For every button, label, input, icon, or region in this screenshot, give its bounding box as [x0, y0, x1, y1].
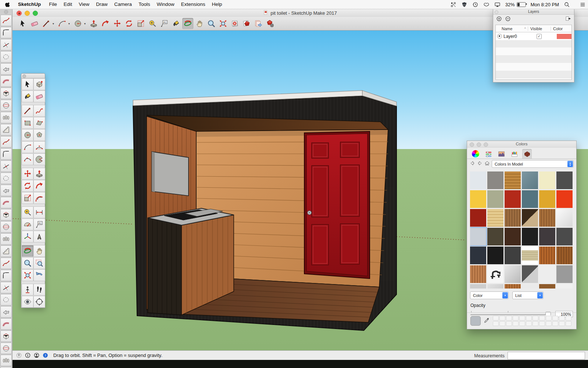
tool-paint-bucket[interactable]	[22, 91, 33, 102]
color-library-dropdown[interactable]: Colors In Model ▲▼	[492, 160, 574, 168]
tool-protractor[interactable]	[22, 219, 33, 230]
swatch-orange-wood-slats[interactable]	[539, 247, 555, 264]
extension-warehouse-tool-button[interactable]	[265, 18, 276, 29]
swatch-dark-plum-gray[interactable]	[539, 228, 555, 245]
tool-arc[interactable]	[22, 141, 33, 153]
tool-polygon[interactable]	[33, 129, 45, 141]
favorite-swatch-slot[interactable]	[539, 321, 545, 326]
line-dropdown-arrow[interactable]: ▾	[53, 22, 56, 25]
swatch-white-plaster[interactable]	[470, 171, 486, 189]
arc-dropdown-arrow[interactable]: ▾	[68, 22, 72, 25]
rotate-tool-button[interactable]	[123, 18, 135, 29]
swatch-dark-leather[interactable]	[505, 228, 521, 245]
3d-warehouse-tool-button[interactable]	[229, 18, 240, 29]
swatch-white[interactable]	[539, 265, 555, 283]
favorite-swatch-slot[interactable]	[546, 321, 552, 326]
add-layer-button[interactable]	[496, 16, 502, 22]
swatch-medium-wood[interactable]	[505, 209, 521, 227]
swatch-gray-concrete[interactable]	[487, 171, 503, 189]
apple-menu[interactable]	[5, 1, 11, 7]
circle-dropdown-arrow[interactable]: ▾	[84, 22, 87, 25]
favorite-swatch-slot[interactable]	[493, 321, 499, 326]
swatch-cream[interactable]	[539, 171, 555, 189]
geolocation-button[interactable]	[16, 352, 22, 358]
column-visible[interactable]: Visible	[528, 26, 551, 31]
sphere-section-tool[interactable]	[0, 112, 12, 123]
tool-rectangle[interactable]	[22, 117, 33, 129]
shape-arrow-tool[interactable]	[0, 75, 12, 87]
swatch-silver-gradient[interactable]	[505, 265, 521, 283]
column-name[interactable]: Name ^	[496, 26, 528, 31]
gear-tool-tool[interactable]	[0, 330, 12, 342]
swatch-charcoal[interactable]	[505, 247, 521, 264]
swatch-light-wood-strips[interactable]	[487, 209, 503, 227]
swatch-brown-wood[interactable]	[539, 284, 555, 289]
swatch-iron-gray[interactable]	[556, 228, 573, 245]
swatch-slate-navy[interactable]	[470, 247, 486, 264]
layers-title-bar[interactable]: Layers	[493, 9, 574, 15]
pipe-array-tool[interactable]	[0, 209, 12, 220]
road-curve-tool[interactable]	[0, 343, 12, 354]
tool-zoom-extents[interactable]	[22, 269, 33, 281]
tool-zoom[interactable]	[22, 257, 33, 269]
layer-visible-checkbox[interactable]: ✓	[537, 34, 542, 39]
favorite-swatch-slot[interactable]	[519, 316, 525, 321]
surface-tool-tool[interactable]	[0, 15, 12, 26]
help-button[interactable]: ?	[42, 352, 49, 358]
favorite-swatch-slot[interactable]	[513, 321, 519, 326]
menu-window[interactable]: Window	[153, 0, 178, 9]
swatch-light-blue-gray[interactable]	[470, 228, 486, 245]
swatch-chrome-faucet[interactable]	[487, 265, 503, 283]
swatch-medium-gray[interactable]	[556, 265, 573, 283]
list-mode-dropdown[interactable]: List ▼	[512, 291, 544, 299]
swatch-beige-wood[interactable]	[522, 247, 538, 264]
tool-make-component[interactable]	[33, 78, 45, 90]
swatch-brown-wood-slats[interactable]	[556, 247, 573, 264]
tool-offset[interactable]	[33, 192, 45, 204]
soap-bubble-tool[interactable]	[0, 63, 12, 75]
tab-pencils[interactable]	[509, 149, 519, 159]
active-color-well[interactable]	[470, 316, 481, 326]
bezier-curve-tool[interactable]	[0, 27, 12, 38]
airplay-display-menu-item[interactable]	[494, 1, 501, 8]
favorite-swatch-slot[interactable]	[546, 316, 552, 321]
pan-tool-button[interactable]	[194, 18, 205, 29]
swatch-wood-diagonal[interactable]	[522, 209, 538, 227]
line-tool-button[interactable]	[41, 18, 52, 29]
tab-texture-brick[interactable]	[522, 149, 532, 159]
favorite-swatch-slot[interactable]	[506, 316, 512, 321]
tool-eraser[interactable]	[33, 91, 45, 102]
favorite-swatch-slot[interactable]	[566, 321, 571, 326]
favorite-swatch-slot[interactable]	[519, 321, 525, 326]
handoff-status-menu-item[interactable]	[483, 1, 490, 8]
battery-indicator[interactable]: 32%	[505, 2, 526, 7]
triangulate-tool[interactable]	[0, 197, 12, 208]
swatch-light-gray[interactable]	[470, 284, 486, 289]
swatch-off-white[interactable]	[522, 284, 538, 289]
tool-orbit[interactable]	[22, 245, 33, 257]
swatch-orange-red[interactable]	[556, 190, 573, 208]
curved-tube-tool[interactable]	[0, 88, 12, 99]
strip-close-dot[interactable]	[4, 10, 8, 14]
spiral-stairs-tool[interactable]	[0, 318, 12, 330]
app-menu[interactable]: SketchUp	[15, 0, 44, 9]
zoom-extents-tool-button[interactable]	[218, 18, 229, 29]
tool-dimensions[interactable]	[33, 206, 45, 218]
swatch-cedar-wood[interactable]	[539, 209, 555, 227]
text-tool-button[interactable]: A1	[159, 18, 170, 29]
surface-cut-tool[interactable]	[0, 185, 12, 196]
swatch-yellow[interactable]	[470, 190, 486, 208]
tool-position-camera[interactable]	[22, 284, 33, 296]
swatch-teal-gray[interactable]	[522, 190, 538, 208]
layer-color-swatch[interactable]	[557, 34, 571, 39]
swatch-cedar-slats[interactable]	[470, 265, 486, 283]
louver-stack-tool[interactable]	[0, 270, 12, 281]
notification-center-menu-item[interactable]	[580, 1, 586, 8]
select-tool-button[interactable]	[17, 18, 28, 29]
tool-three-point-arc[interactable]	[22, 153, 33, 165]
tool-freehand[interactable]	[33, 105, 45, 117]
cylinder-group-tool[interactable]	[0, 221, 12, 233]
favorite-swatch-slot[interactable]	[533, 316, 538, 321]
measurements-input[interactable]	[508, 352, 585, 360]
tool-tape-measure[interactable]	[22, 206, 33, 218]
